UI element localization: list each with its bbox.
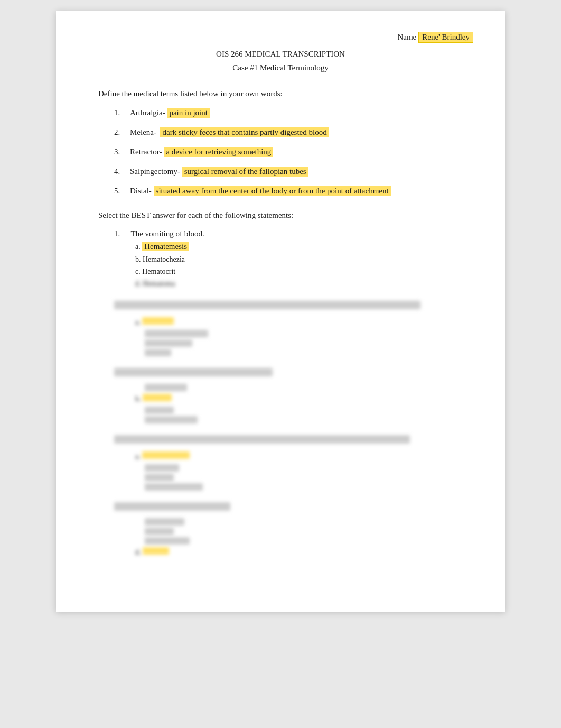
- term-label: Melena-: [130, 128, 160, 137]
- question-text: 1. The vomiting of blood.: [114, 229, 463, 238]
- question-item: a.: [114, 435, 463, 491]
- term-answer: dark sticky feces that contains partly d…: [160, 127, 329, 137]
- term-label: Salpingectomy-: [130, 167, 182, 176]
- answer-option: [145, 537, 190, 545]
- name-label: Name: [397, 33, 416, 42]
- term-num: 2.: [114, 128, 130, 137]
- term-answer: a device for retrieving something: [164, 147, 273, 157]
- term-label: Arthralgia-: [130, 108, 167, 117]
- select-instructions: Select the BEST answer for each of the f…: [98, 211, 463, 220]
- answer-list: b.: [135, 384, 463, 423]
- answer-option: [145, 474, 174, 481]
- answer-option: [145, 518, 184, 526]
- term-num: 5.: [114, 187, 130, 196]
- question-item: d.: [114, 502, 463, 558]
- page: Name Rene' Brindley OIS 266 MEDICAL TRAN…: [56, 11, 505, 612]
- question-item: b.: [114, 368, 463, 423]
- term-num: 4.: [114, 167, 130, 176]
- question-text: [114, 301, 420, 309]
- answer-option: [145, 464, 179, 472]
- title-line1: OIS 266 MEDICAL TRANSCRIPTION: [98, 48, 463, 61]
- term-list: 1. Arthralgia- pain in joint 2. Melena- …: [114, 108, 463, 196]
- answer-option: [145, 528, 174, 535]
- question-item: a.: [114, 301, 463, 356]
- answer-option: [145, 483, 203, 491]
- list-item: 1. Arthralgia- pain in joint: [114, 108, 463, 118]
- list-item: 4. Salpingectomy- surgical removal of th…: [114, 167, 463, 177]
- answer-text: Hematocrit: [142, 268, 175, 275]
- list-item: 3. Retractor- a device for retrieving so…: [114, 147, 463, 157]
- list-item: 5. Distal- situated away from the center…: [114, 186, 463, 196]
- answer-list: a.: [135, 317, 463, 356]
- list-item: 2. Melena- dark sticky feces that contai…: [114, 127, 463, 137]
- answer-option: [145, 349, 171, 356]
- answer-option: a.: [135, 451, 463, 462]
- answer-text: Hematoma: [143, 280, 175, 288]
- answer-option: b.: [135, 393, 463, 404]
- term-answer: pain in joint: [167, 108, 210, 118]
- answer-option: a. Hematemesis: [135, 241, 463, 253]
- answer-text: Hematemesis: [142, 242, 189, 251]
- answer-option: [145, 330, 208, 337]
- answer-text: Hematochezia: [143, 255, 185, 263]
- term-num: 1.: [114, 108, 130, 117]
- define-instructions: Define the medical terms listed below in…: [98, 89, 463, 98]
- term-label: Retractor-: [130, 148, 164, 156]
- answer-option: [145, 339, 192, 347]
- title-line2: Case #1 Medical Terminology: [98, 61, 463, 75]
- answer-option: d. Hematoma: [135, 278, 463, 289]
- page-header: OIS 266 MEDICAL TRANSCRIPTION Case #1 Me…: [98, 48, 463, 75]
- answer-option: a.: [135, 317, 463, 328]
- answer-option: [145, 384, 187, 391]
- question-text: [114, 435, 410, 444]
- question-text: [114, 368, 273, 376]
- term-label: Distal-: [130, 187, 154, 196]
- answer-option: [145, 416, 198, 423]
- question-num: 1.: [114, 229, 129, 238]
- answer-option: c. Hematocrit: [135, 266, 463, 277]
- term-answer: surgical removal of the fallopian tubes: [182, 167, 308, 177]
- answer-option: b. Hematochezia: [135, 254, 463, 265]
- question-item: 1. The vomiting of blood. a. Hematemesis…: [114, 229, 463, 289]
- name-line: Name Rene' Brindley: [397, 32, 473, 43]
- answer-list: d.: [135, 518, 463, 558]
- term-num: 3.: [114, 148, 130, 156]
- answer-option: [145, 407, 174, 414]
- term-answer: situated away from the center of the bod…: [154, 186, 391, 196]
- answer-list: a. Hematemesis b. Hematochezia c. Hemato…: [135, 241, 463, 289]
- question-body: The vomiting of blood.: [130, 229, 204, 238]
- question-list: 1. The vomiting of blood. a. Hematemesis…: [114, 229, 463, 558]
- question-text: [114, 502, 230, 511]
- name-value: Rene' Brindley: [418, 32, 473, 43]
- answer-list: a.: [135, 451, 463, 491]
- answer-option: d.: [135, 547, 463, 558]
